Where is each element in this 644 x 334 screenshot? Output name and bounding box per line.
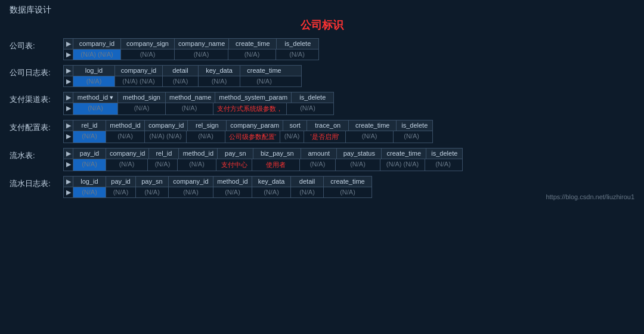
col-header-5-6: detail [291, 177, 324, 187]
cell-4-5: 使用者 [252, 159, 300, 171]
col-header-4-4: pay_sn [218, 149, 253, 159]
col-header-2-3: method_system_param [215, 92, 292, 103]
col-header-1-4: create_time [240, 66, 288, 76]
cell-1-1: (N/A) (N/A) [115, 76, 163, 86]
page-title: 数据库设计 [0, 0, 644, 18]
expand-icon-0[interactable]: ▶ [64, 39, 73, 49]
cell-0-2: (N/A) [175, 50, 228, 60]
cell-0-4: (N/A) [276, 50, 318, 60]
db-table-0: ▶company_idcompany_signcompany_namecreat… [63, 38, 319, 60]
col-header-3-3: rel_sign [188, 120, 227, 131]
col-header-4-3: method_id [179, 149, 218, 159]
cell-0-0: (N/A) (N/A) [73, 50, 121, 60]
cell-1-3: (N/A) [199, 76, 240, 86]
cell-3-3: (N/A) [187, 131, 225, 143]
row-expand-0[interactable]: ▶ [64, 50, 73, 60]
col-header-2-2: method_name [166, 92, 215, 103]
table-label-0: 公司表: [10, 38, 63, 51]
cell-2-1: (N/A) [118, 103, 166, 115]
col-header-2-4: is_delete [292, 92, 333, 103]
cell-3-2: (N/A) (N/A) [145, 131, 187, 143]
cell-5-6: (N/A) [291, 187, 324, 197]
col-header-0-2: company_name [175, 39, 229, 49]
cell-2-2: (N/A) [166, 103, 213, 115]
col-header-3-6: trace_on [307, 120, 349, 131]
col-header-4-2: rel_id [149, 149, 179, 159]
row-expand-1[interactable]: ▶ [64, 76, 73, 86]
table-row-4: 流水表:▶pay_idcompany_idrel_idmethod_idpay_… [10, 148, 634, 171]
table-row-3: 支付配置表:▶rel_idmethod_idcompany_idrel_sign… [10, 120, 634, 143]
col-header-1-1: company_id [115, 66, 163, 76]
table-label-5: 流水日志表: [10, 176, 63, 189]
col-header-2-1: method_sign [118, 92, 166, 103]
cell-2-0: (N/A) [73, 103, 118, 115]
col-header-4-7: pay_status [337, 149, 382, 159]
col-header-5-7: create_time [324, 177, 371, 187]
cell-3-1: (N/A) [106, 131, 145, 143]
db-table-1: ▶log_idcompany_iddetailkey_datacreate_ti… [63, 65, 302, 87]
cell-4-2: (N/A) [148, 159, 178, 171]
col-header-4-9: is_delete [426, 149, 462, 159]
cell-1-2: (N/A) [163, 76, 199, 86]
cell-3-7: (N/A) [346, 131, 394, 143]
col-header-1-2: detail [163, 66, 199, 76]
col-header-5-4: method_id [213, 177, 252, 187]
col-header-0-1: company_sign [121, 39, 175, 49]
main-content: 公司表:▶company_idcompany_signcompany_namec… [0, 36, 644, 205]
cell-0-1: (N/A) [121, 50, 175, 60]
col-header-5-3: company_id [169, 177, 213, 187]
expand-icon-3[interactable]: ▶ [64, 120, 73, 131]
cell-5-2: (N/A) [136, 187, 169, 197]
cell-3-0: (N/A) [73, 131, 106, 143]
cell-4-8: (N/A) (N/A) [380, 159, 425, 171]
col-header-1-3: key_data [199, 66, 240, 76]
col-header-3-4: company_param [227, 120, 283, 131]
col-header-2-0: method_id ▾ [73, 92, 118, 103]
expand-icon-2[interactable]: ▶ [64, 92, 73, 103]
col-header-3-2: company_id [145, 120, 188, 131]
cell-5-4: (N/A) [213, 187, 252, 197]
table-wrapper-2: ▶method_id ▾method_signmethod_namemethod… [63, 92, 634, 115]
row-expand-4[interactable]: ▶ [64, 159, 73, 171]
cell-4-3: (N/A) [178, 159, 216, 171]
cell-5-7: (N/A) [324, 187, 371, 197]
cell-4-1: (N/A) [106, 159, 148, 171]
cell-0-3: (N/A) [228, 50, 276, 60]
db-table-2: ▶method_id ▾method_signmethod_namemethod… [63, 92, 334, 115]
table-label-4: 流水表: [10, 148, 63, 161]
cell-4-9: (N/A) [425, 159, 461, 171]
cell-5-1: (N/A) [106, 187, 136, 197]
cell-4-0: (N/A) [73, 159, 106, 171]
table-wrapper-4: ▶pay_idcompany_idrel_idmethod_idpay_snbi… [63, 148, 634, 171]
cell-2-4: (N/A) [287, 103, 329, 115]
col-header-3-5: sort [283, 120, 307, 131]
cell-5-0: (N/A) [73, 187, 106, 197]
cell-3-4: 公司级参数配置' [225, 131, 280, 143]
row-expand-3[interactable]: ▶ [64, 131, 73, 143]
table-row-1: 公司日志表:▶log_idcompany_iddetailkey_datacre… [10, 65, 634, 87]
expand-icon-1[interactable]: ▶ [64, 66, 73, 76]
row-expand-5[interactable]: ▶ [64, 187, 73, 197]
col-header-0-4: is_delete [277, 39, 318, 49]
db-table-4: ▶pay_idcompany_idrel_idmethod_idpay_snbi… [63, 148, 463, 171]
col-header-3-1: method_id [106, 120, 145, 131]
row-expand-2[interactable]: ▶ [64, 103, 73, 115]
col-header-1-0: log_id [73, 66, 115, 76]
expand-icon-4[interactable]: ▶ [64, 149, 73, 159]
table-label-2: 支付渠道表: [10, 92, 63, 105]
table-label-3: 支付配置表: [10, 120, 63, 133]
cell-1-0: (N/A) [73, 76, 115, 86]
cell-5-5: (N/A) [252, 187, 291, 197]
expand-icon-5[interactable]: ▶ [64, 177, 73, 187]
table-wrapper-1: ▶log_idcompany_iddetailkey_datacreate_ti… [63, 65, 634, 87]
col-header-3-7: create_time [349, 120, 397, 131]
table-wrapper-0: ▶company_idcompany_signcompany_namecreat… [63, 38, 634, 60]
cell-4-4: 支付中心 [216, 159, 252, 171]
cell-3-6: '是否启用' [304, 131, 346, 143]
col-header-4-1: company_id [106, 149, 149, 159]
table-row-5: 流水日志表:▶log_idpay_idpay_sncompany_idmetho… [10, 176, 634, 198]
col-header-3-8: is_delete [397, 120, 432, 131]
cell-5-3: (N/A) [169, 187, 213, 197]
col-header-0-3: create_time [229, 39, 277, 49]
col-header-5-5: key_data [252, 177, 291, 187]
